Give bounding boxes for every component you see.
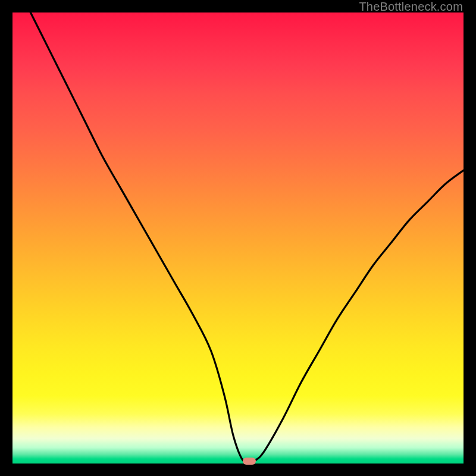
chart-frame: TheBottleneck.com [0,0,476,476]
optimum-marker [243,458,256,465]
watermark-text: TheBottleneck.com [359,0,463,14]
bottleneck-curve [12,12,464,464]
plot-area [12,12,464,464]
